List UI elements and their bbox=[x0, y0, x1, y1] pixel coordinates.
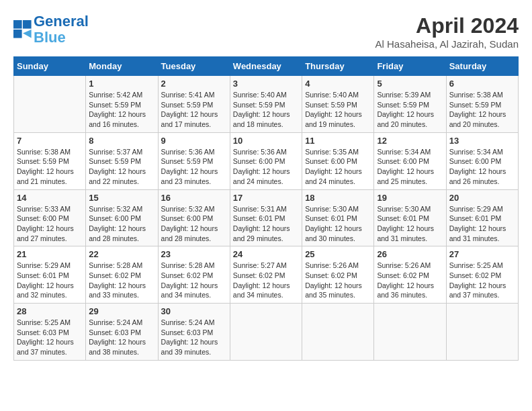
day-number: 5 bbox=[377, 79, 443, 89]
cell-text: Sunrise: 5:41 AM Sunset: 5:59 PM Dayligh… bbox=[161, 90, 227, 130]
day-number: 2 bbox=[161, 79, 227, 89]
cell-1-4: 3Sunrise: 5:40 AM Sunset: 5:59 PM Daylig… bbox=[230, 76, 302, 133]
cell-5-7 bbox=[446, 304, 518, 361]
svg-rect-2 bbox=[13, 30, 22, 38]
day-number: 25 bbox=[305, 249, 371, 259]
cell-1-2: 1Sunrise: 5:42 AM Sunset: 5:59 PM Daylig… bbox=[86, 76, 158, 133]
day-number: 21 bbox=[17, 249, 83, 259]
cell-1-7: 6Sunrise: 5:38 AM Sunset: 5:59 PM Daylig… bbox=[446, 76, 518, 133]
day-number: 11 bbox=[305, 136, 371, 146]
cell-1-1 bbox=[14, 76, 86, 133]
cell-text: Sunrise: 5:34 AM Sunset: 6:00 PM Dayligh… bbox=[449, 147, 515, 187]
cell-3-1: 14Sunrise: 5:33 AM Sunset: 6:00 PM Dayli… bbox=[14, 189, 86, 246]
cell-2-6: 12Sunrise: 5:34 AM Sunset: 6:00 PM Dayli… bbox=[374, 132, 446, 189]
day-number: 6 bbox=[449, 79, 515, 89]
week-row-4: 21Sunrise: 5:29 AM Sunset: 6:01 PM Dayli… bbox=[14, 246, 519, 304]
cell-text: Sunrise: 5:25 AM Sunset: 6:03 PM Dayligh… bbox=[17, 318, 83, 357]
cell-text: Sunrise: 5:25 AM Sunset: 6:02 PM Dayligh… bbox=[449, 261, 515, 300]
cell-text: Sunrise: 5:34 AM Sunset: 6:00 PM Dayligh… bbox=[377, 147, 443, 187]
cell-text: Sunrise: 5:27 AM Sunset: 6:02 PM Dayligh… bbox=[233, 261, 299, 300]
day-number: 1 bbox=[89, 79, 154, 89]
cell-3-3: 16Sunrise: 5:32 AM Sunset: 6:00 PM Dayli… bbox=[158, 189, 230, 246]
cell-text: Sunrise: 5:28 AM Sunset: 6:02 PM Dayligh… bbox=[89, 261, 154, 300]
header: General Blue April 2024 Al Hasaheisa, Al… bbox=[13, 13, 519, 50]
cell-text: Sunrise: 5:24 AM Sunset: 6:03 PM Dayligh… bbox=[89, 318, 154, 357]
cell-text: Sunrise: 5:30 AM Sunset: 6:01 PM Dayligh… bbox=[377, 204, 443, 244]
cell-text: Sunrise: 5:36 AM Sunset: 5:59 PM Dayligh… bbox=[161, 147, 227, 187]
cell-2-5: 11Sunrise: 5:35 AM Sunset: 6:00 PM Dayli… bbox=[302, 132, 374, 189]
cell-5-3: 30Sunrise: 5:24 AM Sunset: 6:03 PM Dayli… bbox=[158, 304, 230, 361]
cell-text: Sunrise: 5:37 AM Sunset: 5:59 PM Dayligh… bbox=[89, 147, 154, 187]
day-number: 26 bbox=[377, 249, 443, 259]
day-number: 23 bbox=[161, 249, 227, 259]
cell-3-2: 15Sunrise: 5:32 AM Sunset: 6:00 PM Dayli… bbox=[86, 189, 158, 246]
calendar-body: 1Sunrise: 5:42 AM Sunset: 5:59 PM Daylig… bbox=[14, 76, 519, 361]
cell-3-5: 18Sunrise: 5:30 AM Sunset: 6:01 PM Dayli… bbox=[302, 189, 374, 246]
cell-text: Sunrise: 5:40 AM Sunset: 5:59 PM Dayligh… bbox=[305, 90, 371, 130]
cell-5-5 bbox=[302, 304, 374, 361]
main-title: April 2024 bbox=[375, 13, 519, 38]
cell-text: Sunrise: 5:42 AM Sunset: 5:59 PM Dayligh… bbox=[89, 90, 154, 130]
cell-4-3: 23Sunrise: 5:28 AM Sunset: 6:02 PM Dayli… bbox=[158, 246, 230, 304]
day-number: 17 bbox=[233, 193, 299, 203]
week-row-5: 28Sunrise: 5:25 AM Sunset: 6:03 PM Dayli… bbox=[14, 304, 519, 361]
logo-icon bbox=[13, 20, 32, 39]
day-number: 29 bbox=[89, 306, 154, 316]
svg-marker-3 bbox=[23, 30, 32, 38]
cell-3-7: 20Sunrise: 5:29 AM Sunset: 6:01 PM Dayli… bbox=[446, 189, 518, 246]
cell-3-6: 19Sunrise: 5:30 AM Sunset: 6:01 PM Dayli… bbox=[374, 189, 446, 246]
cell-text: Sunrise: 5:28 AM Sunset: 6:02 PM Dayligh… bbox=[161, 261, 227, 300]
subtitle: Al Hasaheisa, Al Jazirah, Sudan bbox=[375, 38, 519, 50]
cell-2-7: 13Sunrise: 5:34 AM Sunset: 6:00 PM Dayli… bbox=[446, 132, 518, 189]
cell-2-2: 8Sunrise: 5:37 AM Sunset: 5:59 PM Daylig… bbox=[86, 132, 158, 189]
cell-4-6: 26Sunrise: 5:26 AM Sunset: 6:02 PM Dayli… bbox=[374, 246, 446, 304]
cell-text: Sunrise: 5:29 AM Sunset: 6:01 PM Dayligh… bbox=[17, 261, 83, 300]
day-number: 12 bbox=[377, 136, 443, 146]
cell-text: Sunrise: 5:36 AM Sunset: 6:00 PM Dayligh… bbox=[233, 147, 299, 187]
cell-text: Sunrise: 5:39 AM Sunset: 5:59 PM Dayligh… bbox=[377, 90, 443, 130]
col-header-monday: Monday bbox=[86, 57, 158, 76]
title-block: April 2024 Al Hasaheisa, Al Jazirah, Sud… bbox=[375, 13, 519, 50]
cell-text: Sunrise: 5:24 AM Sunset: 6:03 PM Dayligh… bbox=[161, 318, 227, 357]
cell-2-3: 9Sunrise: 5:36 AM Sunset: 5:59 PM Daylig… bbox=[158, 132, 230, 189]
logo-line2: Blue bbox=[34, 29, 66, 46]
cell-5-6 bbox=[374, 304, 446, 361]
cell-3-4: 17Sunrise: 5:31 AM Sunset: 6:01 PM Dayli… bbox=[230, 189, 302, 246]
cell-2-1: 7Sunrise: 5:38 AM Sunset: 5:59 PM Daylig… bbox=[14, 132, 86, 189]
cell-4-5: 25Sunrise: 5:26 AM Sunset: 6:02 PM Dayli… bbox=[302, 246, 374, 304]
logo: General Blue bbox=[13, 13, 89, 46]
col-header-sunday: Sunday bbox=[14, 57, 86, 76]
cell-1-6: 5Sunrise: 5:39 AM Sunset: 5:59 PM Daylig… bbox=[374, 76, 446, 133]
cell-2-4: 10Sunrise: 5:36 AM Sunset: 6:00 PM Dayli… bbox=[230, 132, 302, 189]
day-number: 3 bbox=[233, 79, 299, 89]
cell-text: Sunrise: 5:33 AM Sunset: 6:00 PM Dayligh… bbox=[17, 204, 83, 244]
cell-1-3: 2Sunrise: 5:41 AM Sunset: 5:59 PM Daylig… bbox=[158, 76, 230, 133]
col-header-saturday: Saturday bbox=[446, 57, 518, 76]
day-number: 8 bbox=[89, 136, 154, 146]
cell-text: Sunrise: 5:32 AM Sunset: 6:00 PM Dayligh… bbox=[161, 204, 227, 244]
cell-text: Sunrise: 5:35 AM Sunset: 6:00 PM Dayligh… bbox=[305, 147, 371, 187]
day-number: 28 bbox=[17, 306, 83, 316]
cell-4-7: 27Sunrise: 5:25 AM Sunset: 6:02 PM Dayli… bbox=[446, 246, 518, 304]
day-number: 24 bbox=[233, 249, 299, 259]
cell-text: Sunrise: 5:38 AM Sunset: 5:59 PM Dayligh… bbox=[17, 147, 83, 187]
column-headers: SundayMondayTuesdayWednesdayThursdayFrid… bbox=[14, 57, 519, 76]
day-number: 20 bbox=[449, 193, 515, 203]
week-row-2: 7Sunrise: 5:38 AM Sunset: 5:59 PM Daylig… bbox=[14, 132, 519, 189]
week-row-3: 14Sunrise: 5:33 AM Sunset: 6:00 PM Dayli… bbox=[14, 189, 519, 246]
col-header-tuesday: Tuesday bbox=[158, 57, 230, 76]
cell-4-1: 21Sunrise: 5:29 AM Sunset: 6:01 PM Dayli… bbox=[14, 246, 86, 304]
cell-4-4: 24Sunrise: 5:27 AM Sunset: 6:02 PM Dayli… bbox=[230, 246, 302, 304]
day-number: 16 bbox=[161, 193, 227, 203]
cell-text: Sunrise: 5:29 AM Sunset: 6:01 PM Dayligh… bbox=[449, 204, 515, 244]
day-number: 19 bbox=[377, 193, 443, 203]
day-number: 30 bbox=[161, 306, 227, 316]
day-number: 9 bbox=[161, 136, 227, 146]
cell-text: Sunrise: 5:30 AM Sunset: 6:01 PM Dayligh… bbox=[305, 204, 371, 244]
day-number: 15 bbox=[89, 193, 154, 203]
col-header-wednesday: Wednesday bbox=[230, 57, 302, 76]
day-number: 4 bbox=[305, 79, 371, 89]
cell-5-1: 28Sunrise: 5:25 AM Sunset: 6:03 PM Dayli… bbox=[14, 304, 86, 361]
svg-rect-1 bbox=[23, 20, 32, 29]
col-header-thursday: Thursday bbox=[302, 57, 374, 76]
